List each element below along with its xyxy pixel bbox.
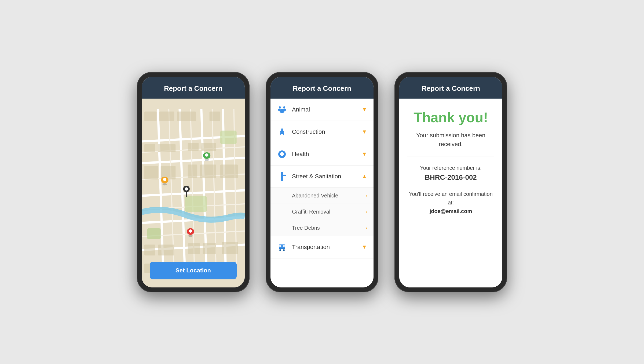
svg-point-43 bbox=[204, 159, 209, 161]
list-item-construction[interactable]: Construction ▼ bbox=[270, 121, 374, 143]
graffiti-arrow: › bbox=[365, 209, 367, 215]
phone-1: Report a Concern bbox=[137, 72, 250, 292]
svg-rect-72 bbox=[283, 245, 285, 247]
svg-rect-31 bbox=[188, 164, 197, 178]
street-arrow: ▲ bbox=[362, 173, 367, 179]
ref-number: BHRC-2016-002 bbox=[407, 173, 494, 182]
animal-arrow: ▼ bbox=[362, 106, 367, 113]
phone1-title: Report a Concern bbox=[147, 84, 239, 93]
svg-rect-19 bbox=[147, 228, 161, 239]
abandoned-label: Abandoned Vehicle bbox=[292, 193, 365, 199]
phone1-header: Report a Concern bbox=[142, 77, 245, 99]
svg-rect-64 bbox=[280, 153, 284, 155]
svg-rect-24 bbox=[210, 111, 220, 121]
svg-rect-33 bbox=[220, 164, 238, 178]
svg-point-74 bbox=[279, 249, 281, 251]
street-label: Street & Sanitation bbox=[292, 173, 362, 180]
health-arrow: ▼ bbox=[362, 151, 367, 157]
phone2-header: Report a Concern bbox=[270, 77, 374, 99]
graffiti-label: Graffiti Removal bbox=[292, 209, 365, 215]
ref-label: Your reference number is: bbox=[407, 165, 494, 171]
svg-rect-38 bbox=[222, 242, 238, 254]
map-svg bbox=[142, 99, 245, 287]
thankyou-container: Thank you! Your submission has been rece… bbox=[399, 99, 502, 287]
tree-label: Tree Debris bbox=[292, 225, 365, 231]
construction-arrow: ▼ bbox=[362, 129, 367, 135]
health-label: Health bbox=[292, 151, 362, 158]
list-item-street[interactable]: Street & Sanitation ▲ bbox=[270, 165, 374, 188]
svg-rect-28 bbox=[201, 143, 216, 151]
construction-icon bbox=[277, 127, 287, 137]
svg-point-45 bbox=[163, 183, 167, 185]
svg-rect-27 bbox=[188, 143, 199, 151]
svg-rect-20 bbox=[220, 131, 237, 144]
list-item-animal[interactable]: Animal ▼ bbox=[270, 99, 374, 121]
phone2-title: Report a Concern bbox=[276, 84, 368, 93]
svg-rect-18 bbox=[185, 196, 207, 212]
svg-point-46 bbox=[163, 178, 166, 181]
map-container: Set Location bbox=[142, 99, 245, 287]
street-icon bbox=[277, 171, 287, 182]
svg-rect-36 bbox=[188, 243, 200, 254]
svg-rect-71 bbox=[279, 245, 281, 247]
svg-rect-25 bbox=[144, 144, 155, 152]
list-item-transportation[interactable]: Transportation ▼ bbox=[270, 236, 374, 258]
svg-point-52 bbox=[279, 106, 281, 109]
svg-rect-35 bbox=[158, 244, 174, 255]
construction-label: Construction bbox=[292, 128, 362, 135]
svg-rect-34 bbox=[144, 244, 155, 255]
svg-rect-73 bbox=[279, 248, 285, 249]
thankyou-subtitle: Your submission has been received. bbox=[407, 131, 494, 149]
phone3-header: Report a Concern bbox=[399, 77, 502, 99]
paw-icon bbox=[277, 104, 287, 115]
tree-arrow: › bbox=[365, 225, 367, 231]
svg-rect-22 bbox=[159, 111, 174, 121]
svg-rect-76 bbox=[281, 245, 283, 247]
sub-item-graffiti[interactable]: Graffiti Removal › bbox=[270, 204, 374, 220]
health-icon bbox=[277, 149, 287, 159]
svg-rect-29 bbox=[144, 166, 158, 179]
svg-point-48 bbox=[185, 187, 188, 190]
transportation-label: Transportation bbox=[292, 244, 362, 251]
thankyou-divider bbox=[407, 157, 494, 157]
bus-icon bbox=[277, 242, 287, 252]
svg-point-44 bbox=[205, 153, 208, 156]
sub-item-tree[interactable]: Tree Debris › bbox=[270, 220, 374, 236]
thankyou-title: Thank you! bbox=[407, 109, 494, 125]
phones-container: Report a Concern bbox=[137, 72, 507, 292]
svg-point-53 bbox=[283, 106, 285, 109]
category-list: Animal ▼ Const bbox=[270, 99, 374, 287]
svg-point-51 bbox=[189, 229, 192, 232]
svg-rect-37 bbox=[203, 243, 216, 254]
transportation-arrow: ▼ bbox=[362, 244, 367, 250]
sub-item-abandoned[interactable]: Abandoned Vehicle › bbox=[270, 188, 374, 204]
svg-rect-26 bbox=[158, 144, 176, 152]
svg-rect-23 bbox=[177, 111, 196, 121]
animal-label: Animal bbox=[292, 106, 362, 113]
svg-point-57 bbox=[281, 128, 283, 130]
set-location-button[interactable]: Set Location bbox=[150, 262, 237, 279]
phone-2: Report a Concern Animal bbox=[266, 72, 378, 292]
svg-rect-32 bbox=[200, 164, 216, 178]
phone3-title: Report a Concern bbox=[405, 84, 497, 93]
phone-3: Report a Concern Thank you! Your submiss… bbox=[394, 72, 507, 292]
svg-point-75 bbox=[283, 249, 285, 251]
svg-rect-21 bbox=[144, 111, 156, 121]
abandoned-arrow: › bbox=[365, 193, 367, 199]
email-address: jdoe@email.com bbox=[430, 208, 472, 214]
email-text: You'll receive an email confirmation at:… bbox=[407, 190, 494, 215]
svg-point-50 bbox=[188, 235, 193, 237]
list-item-health[interactable]: Health ▼ bbox=[270, 143, 374, 165]
